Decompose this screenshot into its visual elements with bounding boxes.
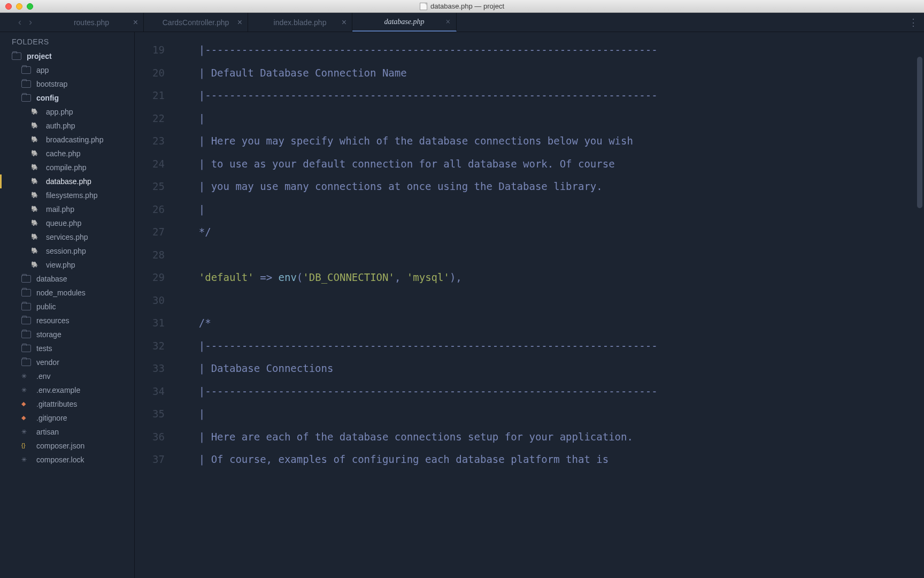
tree-item-label: services.php: [46, 233, 88, 241]
file-database-php[interactable]: 🐘database.php: [0, 174, 134, 188]
git-file-icon: ◆: [21, 400, 31, 408]
json-file-icon: {}: [21, 442, 31, 450]
tree-item-label: .gitattributes: [36, 400, 77, 408]
folder-project[interactable]: project: [0, 49, 134, 63]
tree-item-label: vendor: [36, 358, 59, 367]
window-title-text: database.php — project: [430, 2, 504, 10]
folder-tests[interactable]: tests: [0, 341, 134, 355]
file-auth-php[interactable]: 🐘auth.php: [0, 119, 134, 133]
folder-app[interactable]: app: [0, 63, 134, 77]
file-app-php[interactable]: 🐘app.php: [0, 105, 134, 119]
tree-item-label: composer.lock: [36, 455, 84, 464]
tab-label: index.blade.php: [274, 18, 327, 27]
file-composer-lock[interactable]: ✳composer.lock: [0, 453, 134, 467]
tab-label: routes.php: [74, 18, 109, 27]
tab-close-icon[interactable]: ×: [445, 17, 451, 27]
folder-vendor[interactable]: vendor: [0, 355, 134, 369]
file-cache-php[interactable]: 🐘cache.php: [0, 147, 134, 161]
folder-sidebar: FOLDERS projectappbootstrapconfig🐘app.ph…: [0, 32, 135, 578]
php-file-icon: 🐘: [31, 261, 41, 269]
php-file-icon: 🐘: [31, 192, 41, 199]
folder-icon: [21, 289, 31, 296]
tree-item-label: cache.php: [46, 149, 81, 158]
tab-label: CardsController.php: [163, 18, 229, 27]
file-queue-php[interactable]: 🐘queue.php: [0, 216, 134, 230]
php-file-icon: 🐘: [31, 164, 41, 171]
folder-public[interactable]: public: [0, 300, 134, 314]
file-session-php[interactable]: 🐘session.php: [0, 244, 134, 258]
file-compile-php[interactable]: 🐘compile.php: [0, 161, 134, 174]
editor-scrollbar[interactable]: [917, 35, 922, 575]
folder-icon: [21, 359, 31, 366]
tab-menu-button[interactable]: ⋮: [903, 13, 924, 32]
tree-item-label: session.php: [46, 247, 86, 255]
tab-index-blade-php[interactable]: index.blade.php×: [248, 13, 352, 32]
tree-item-label: bootstrap: [36, 80, 67, 88]
folder-icon: [21, 275, 31, 283]
folder-database[interactable]: database: [0, 272, 134, 286]
sidebar-header: FOLDERS: [0, 32, 134, 49]
php-file-icon: 🐘: [31, 178, 41, 185]
folder-icon: [21, 94, 31, 102]
tree-item-label: broadcasting.php: [46, 135, 103, 144]
nav-forward-button[interactable]: ›: [29, 17, 32, 28]
tree-item-label: filesystems.php: [46, 191, 97, 200]
file-icon: ✳: [21, 428, 31, 436]
tab-close-icon[interactable]: ×: [237, 18, 242, 27]
folder-icon: [21, 345, 31, 352]
php-file-icon: 🐘: [31, 150, 41, 157]
code-content[interactable]: |---------------------------------------…: [172, 32, 924, 578]
tab-routes-php[interactable]: routes.php×: [40, 13, 144, 32]
folder-node_modules[interactable]: node_modules: [0, 286, 134, 300]
folder-icon: [12, 52, 21, 60]
code-editor[interactable]: 19 20 21 22 23 24 25 26 27 28 29 30 31 3…: [135, 32, 924, 578]
folder-bootstrap[interactable]: bootstrap: [0, 77, 134, 91]
tree-item-label: mail.php: [46, 205, 74, 214]
tab-bar: ‹ › routes.php×CardsController.php×index…: [0, 13, 924, 32]
file-filesystems-php[interactable]: 🐘filesystems.php: [0, 188, 134, 202]
php-file-icon: 🐘: [31, 108, 41, 116]
line-number-gutter: 19 20 21 22 23 24 25 26 27 28 29 30 31 3…: [135, 32, 172, 578]
history-nav: ‹ ›: [0, 13, 40, 32]
tree-item-label: database.php: [46, 177, 91, 186]
file-artisan[interactable]: ✳artisan: [0, 425, 134, 439]
tab-cardscontroller-php[interactable]: CardsController.php×: [144, 13, 248, 32]
tree-item-label: config: [36, 94, 59, 102]
document-icon: [420, 3, 427, 10]
tree-item-label: resources: [36, 316, 69, 325]
php-file-icon: 🐘: [31, 219, 41, 227]
folder-icon: [21, 331, 31, 338]
file-mail-php[interactable]: 🐘mail.php: [0, 202, 134, 216]
php-file-icon: 🐘: [31, 233, 41, 241]
folder-icon: [21, 80, 31, 88]
tab-close-icon[interactable]: ×: [342, 18, 346, 27]
folder-storage[interactable]: storage: [0, 328, 134, 341]
tree-item-label: public: [36, 302, 56, 311]
php-file-icon: 🐘: [31, 122, 41, 130]
tree-item-label: app.php: [46, 108, 73, 116]
nav-back-button[interactable]: ‹: [18, 17, 21, 28]
scrollbar-thumb[interactable]: [917, 57, 922, 208]
tab-database-php[interactable]: database.php×: [352, 13, 457, 32]
tree-item-label: artisan: [36, 428, 59, 436]
tree-item-label: tests: [36, 344, 52, 353]
file-view-php[interactable]: 🐘view.php: [0, 258, 134, 272]
file-broadcasting-php[interactable]: 🐘broadcasting.php: [0, 133, 134, 147]
php-file-icon: 🐘: [31, 206, 41, 213]
file--gitignore[interactable]: ◆.gitignore: [0, 411, 134, 425]
git-file-icon: ◆: [21, 414, 31, 422]
file--env-example[interactable]: ✳.env.example: [0, 383, 134, 397]
file-icon: ✳: [21, 456, 31, 463]
file-icon: ✳: [21, 372, 31, 380]
folder-resources[interactable]: resources: [0, 314, 134, 328]
file--env[interactable]: ✳.env: [0, 369, 134, 383]
tree-item-label: .gitignore: [36, 414, 67, 422]
tree-item-label: .env.example: [36, 386, 80, 394]
file-services-php[interactable]: 🐘services.php: [0, 230, 134, 244]
folder-icon: [21, 317, 31, 324]
file-composer-json[interactable]: {}composer.json: [0, 439, 134, 453]
folder-config[interactable]: config: [0, 91, 134, 105]
tree-item-label: composer.json: [36, 442, 84, 450]
tab-close-icon[interactable]: ×: [133, 18, 138, 27]
file--gitattributes[interactable]: ◆.gitattributes: [0, 397, 134, 411]
